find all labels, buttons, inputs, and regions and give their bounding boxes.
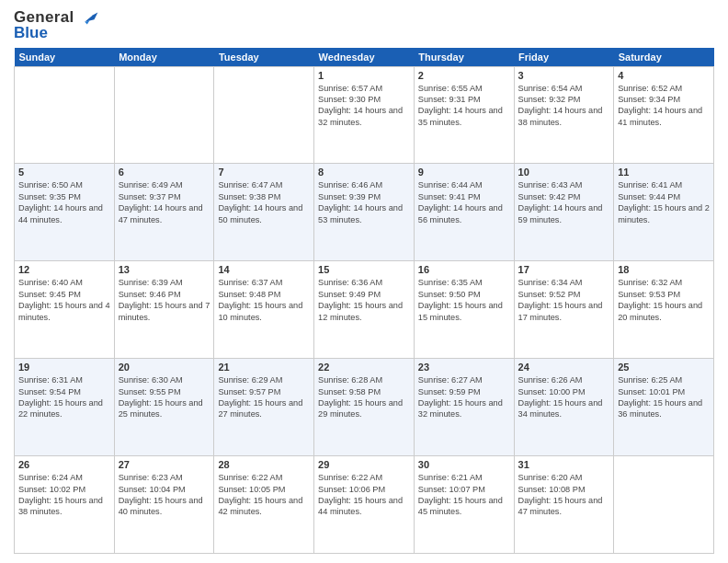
day-number: 10 [518, 167, 610, 178]
day-cell: 22 Sunrise: 6:28 AMSunset: 9:58 PMDaylig… [314, 359, 415, 456]
day-cell: 10 Sunrise: 6:43 AMSunset: 9:42 PMDaylig… [514, 164, 614, 261]
day-info: Sunrise: 6:40 AMSunset: 9:45 PMDaylight:… [18, 277, 110, 323]
calendar: SundayMondayTuesdayWednesdayThursdayFrid… [14, 48, 714, 554]
day-cell: 16 Sunrise: 6:35 AMSunset: 9:50 PMDaylig… [414, 261, 514, 359]
logo-bird-icon [80, 10, 100, 27]
day-number: 15 [318, 264, 410, 275]
day-cell: 27 Sunrise: 6:23 AMSunset: 10:04 PMDayli… [114, 456, 214, 554]
day-number: 30 [418, 459, 510, 470]
day-cell: 6 Sunrise: 6:49 AMSunset: 9:37 PMDayligh… [114, 164, 214, 261]
day-info: Sunrise: 6:44 AMSunset: 9:41 PMDaylight:… [418, 179, 510, 225]
day-info: Sunrise: 6:28 AMSunset: 9:58 PMDaylight:… [318, 374, 410, 420]
day-info: Sunrise: 6:37 AMSunset: 9:48 PMDaylight:… [218, 277, 310, 323]
weekday-saturday: Saturday [614, 48, 714, 67]
day-cell: 14 Sunrise: 6:37 AMSunset: 9:48 PMDaylig… [214, 261, 314, 359]
day-cell: 28 Sunrise: 6:22 AMSunset: 10:05 PMDayli… [214, 456, 314, 554]
day-number: 31 [518, 459, 610, 470]
day-cell: 8 Sunrise: 6:46 AMSunset: 9:39 PMDayligh… [314, 164, 415, 261]
day-cell: 15 Sunrise: 6:36 AMSunset: 9:49 PMDaylig… [314, 261, 415, 359]
day-info: Sunrise: 6:29 AMSunset: 9:57 PMDaylight:… [218, 374, 310, 420]
day-info: Sunrise: 6:39 AMSunset: 9:46 PMDaylight:… [119, 277, 210, 323]
week-row-5: 26 Sunrise: 6:24 AMSunset: 10:02 PMDayli… [15, 456, 714, 554]
day-cell: 12 Sunrise: 6:40 AMSunset: 9:45 PMDaylig… [15, 261, 115, 359]
day-cell: 26 Sunrise: 6:24 AMSunset: 10:02 PMDayli… [15, 456, 115, 554]
week-row-3: 12 Sunrise: 6:40 AMSunset: 9:45 PMDaylig… [15, 261, 714, 359]
day-info: Sunrise: 6:25 AMSunset: 10:01 PMDaylight… [618, 374, 710, 420]
day-number: 12 [18, 264, 110, 275]
day-info: Sunrise: 6:26 AMSunset: 10:00 PMDaylight… [518, 374, 610, 420]
day-cell [214, 66, 314, 164]
day-info: Sunrise: 6:31 AMSunset: 9:54 PMDaylight:… [18, 374, 110, 420]
day-cell: 31 Sunrise: 6:20 AMSunset: 10:08 PMDayli… [514, 456, 614, 554]
logo: General Blue [14, 9, 100, 40]
day-info: Sunrise: 6:57 AMSunset: 9:30 PMDaylight:… [318, 83, 410, 129]
day-cell [15, 66, 115, 164]
day-number: 17 [518, 264, 610, 275]
svg-marker-0 [85, 12, 98, 21]
weekday-tuesday: Tuesday [214, 48, 314, 67]
day-info: Sunrise: 6:52 AMSunset: 9:34 PMDaylight:… [618, 83, 710, 129]
day-cell: 19 Sunrise: 6:31 AMSunset: 9:54 PMDaylig… [15, 359, 115, 456]
day-cell: 17 Sunrise: 6:34 AMSunset: 9:52 PMDaylig… [514, 261, 614, 359]
day-cell: 23 Sunrise: 6:27 AMSunset: 9:59 PMDaylig… [414, 359, 514, 456]
day-info: Sunrise: 6:22 AMSunset: 10:06 PMDaylight… [318, 472, 410, 518]
day-cell [614, 456, 714, 554]
day-info: Sunrise: 6:24 AMSunset: 10:02 PMDaylight… [18, 472, 110, 518]
day-number: 27 [119, 459, 210, 470]
day-info: Sunrise: 6:27 AMSunset: 9:59 PMDaylight:… [418, 374, 510, 420]
day-cell: 11 Sunrise: 6:41 AMSunset: 9:44 PMDaylig… [614, 164, 714, 261]
day-cell: 30 Sunrise: 6:21 AMSunset: 10:07 PMDayli… [414, 456, 514, 554]
day-cell: 18 Sunrise: 6:32 AMSunset: 9:53 PMDaylig… [614, 261, 714, 359]
day-number: 4 [618, 70, 710, 81]
day-info: Sunrise: 6:36 AMSunset: 9:49 PMDaylight:… [318, 277, 410, 323]
day-number: 20 [119, 362, 210, 373]
day-cell: 29 Sunrise: 6:22 AMSunset: 10:06 PMDayli… [314, 456, 415, 554]
weekday-friday: Friday [514, 48, 614, 67]
weekday-monday: Monday [114, 48, 214, 67]
day-info: Sunrise: 6:54 AMSunset: 9:32 PMDaylight:… [518, 83, 610, 129]
page: General Blue SundayMondayTuesd [0, 0, 728, 563]
day-number: 9 [418, 167, 510, 178]
day-cell: 21 Sunrise: 6:29 AMSunset: 9:57 PMDaylig… [214, 359, 314, 456]
day-number: 5 [18, 167, 110, 178]
day-info: Sunrise: 6:21 AMSunset: 10:07 PMDaylight… [418, 472, 510, 518]
day-number: 2 [418, 70, 510, 81]
day-number: 19 [18, 362, 110, 373]
day-info: Sunrise: 6:22 AMSunset: 10:05 PMDaylight… [218, 472, 310, 518]
day-cell: 5 Sunrise: 6:50 AMSunset: 9:35 PMDayligh… [15, 164, 115, 261]
day-cell: 9 Sunrise: 6:44 AMSunset: 9:41 PMDayligh… [414, 164, 514, 261]
weekday-header-row: SundayMondayTuesdayWednesdayThursdayFrid… [15, 48, 714, 67]
week-row-2: 5 Sunrise: 6:50 AMSunset: 9:35 PMDayligh… [15, 164, 714, 261]
weekday-sunday: Sunday [15, 48, 115, 67]
day-number: 16 [418, 264, 510, 275]
day-cell: 4 Sunrise: 6:52 AMSunset: 9:34 PMDayligh… [614, 66, 714, 164]
day-info: Sunrise: 6:34 AMSunset: 9:52 PMDaylight:… [518, 277, 610, 323]
weekday-thursday: Thursday [414, 48, 514, 67]
day-info: Sunrise: 6:20 AMSunset: 10:08 PMDaylight… [518, 472, 610, 518]
header: General Blue [14, 9, 714, 40]
day-info: Sunrise: 6:47 AMSunset: 9:38 PMDaylight:… [218, 179, 310, 225]
day-number: 22 [318, 362, 410, 373]
day-number: 25 [618, 362, 710, 373]
day-info: Sunrise: 6:46 AMSunset: 9:39 PMDaylight:… [318, 179, 410, 225]
day-number: 1 [318, 70, 410, 81]
day-info: Sunrise: 6:41 AMSunset: 9:44 PMDaylight:… [618, 179, 710, 225]
day-info: Sunrise: 6:23 AMSunset: 10:04 PMDaylight… [119, 472, 210, 518]
day-info: Sunrise: 6:43 AMSunset: 9:42 PMDaylight:… [518, 179, 610, 225]
week-row-4: 19 Sunrise: 6:31 AMSunset: 9:54 PMDaylig… [15, 359, 714, 456]
day-number: 6 [119, 167, 210, 178]
day-cell: 2 Sunrise: 6:55 AMSunset: 9:31 PMDayligh… [414, 66, 514, 164]
week-row-1: 1 Sunrise: 6:57 AMSunset: 9:30 PMDayligh… [15, 66, 714, 164]
day-number: 13 [119, 264, 210, 275]
day-info: Sunrise: 6:49 AMSunset: 9:37 PMDaylight:… [119, 179, 210, 225]
day-info: Sunrise: 6:55 AMSunset: 9:31 PMDaylight:… [418, 83, 510, 129]
day-info: Sunrise: 6:35 AMSunset: 9:50 PMDaylight:… [418, 277, 510, 323]
day-cell: 25 Sunrise: 6:25 AMSunset: 10:01 PMDayli… [614, 359, 714, 456]
day-number: 23 [418, 362, 510, 373]
day-number: 21 [218, 362, 310, 373]
day-info: Sunrise: 6:32 AMSunset: 9:53 PMDaylight:… [618, 277, 710, 323]
day-cell: 13 Sunrise: 6:39 AMSunset: 9:46 PMDaylig… [114, 261, 214, 359]
day-number: 14 [218, 264, 310, 275]
day-cell: 7 Sunrise: 6:47 AMSunset: 9:38 PMDayligh… [214, 164, 314, 261]
day-number: 28 [218, 459, 310, 470]
